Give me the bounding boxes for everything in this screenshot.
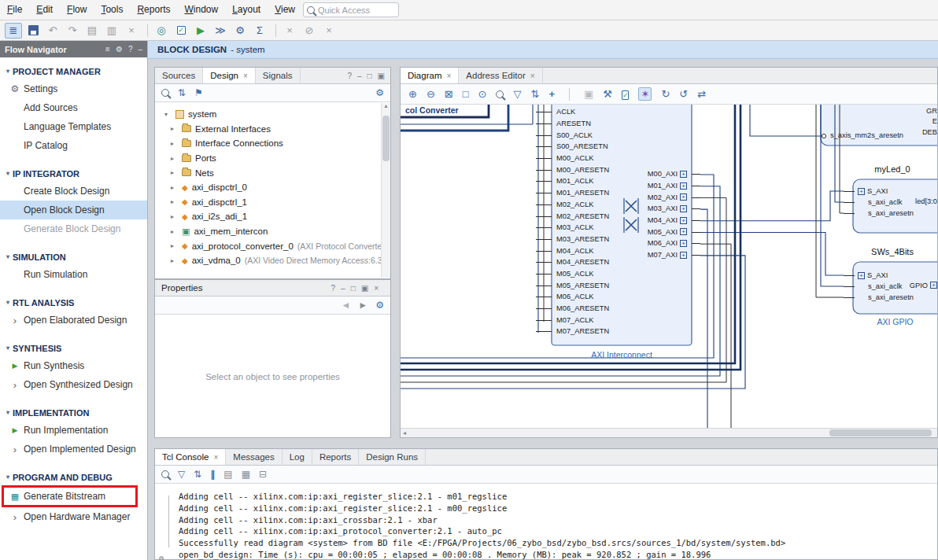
gear-icon[interactable]: ⚙ (116, 45, 123, 53)
copy-icon[interactable]: ▤ (83, 23, 101, 39)
input-pin-circle[interactable] (822, 134, 825, 138)
sidebar-item-run-synthesis[interactable]: ▶Run Synthesis (0, 356, 147, 375)
flag-icon[interactable]: ⚑ (194, 87, 203, 98)
interface-pin-expand-icon[interactable]: + (680, 193, 687, 201)
sum-icon[interactable]: Σ (251, 23, 268, 39)
horizontal-scrollbar[interactable]: ◂ (401, 428, 937, 437)
net-wire[interactable] (750, 105, 822, 136)
chevron-right-icon[interactable]: ▸ (171, 228, 178, 235)
step-icon[interactable]: ≫ (212, 23, 229, 39)
menu-item[interactable]: View (268, 0, 302, 20)
interface-pin-expand-icon[interactable]: + (680, 171, 687, 178)
menu-item[interactable]: Edit (29, 0, 60, 20)
help-icon[interactable]: ? (128, 45, 133, 53)
block-pin[interactable]: M07_AXI+ (600, 249, 687, 261)
net-wire[interactable] (700, 233, 844, 276)
block-pin[interactable]: M04_AXI+ (600, 215, 687, 227)
forward-icon[interactable]: ► (358, 300, 367, 311)
sidebar-item-generate-bitstream[interactable]: ▦Generate Bitstream (4, 488, 135, 505)
tab-design[interactable]: Design× (203, 68, 256, 83)
menu-item[interactable]: Window (177, 0, 225, 20)
tree-item-external-interfaces[interactable]: ▸External Interfaces (155, 122, 381, 137)
tree-item-system[interactable]: ▾system (155, 107, 381, 122)
tree-item-axi-mem-intercon[interactable]: ▸▣axi_mem_intercon (155, 224, 381, 239)
block-pin[interactable]: M05_AXI+ (600, 226, 687, 238)
block-pin[interactable]: M06_ACLK (556, 291, 651, 303)
zoom-out-icon[interactable]: ⊖ (427, 88, 435, 100)
section-rtl-analysis[interactable]: ▾RTL ANALYSIS (0, 295, 147, 311)
scrollbar-thumb[interactable] (382, 116, 390, 161)
tab-messages[interactable]: Messages (226, 449, 282, 465)
paste-icon[interactable]: ▥ (103, 23, 120, 39)
run-icon[interactable]: ▶ (192, 23, 209, 39)
tab-reports[interactable]: Reports (312, 449, 359, 465)
block-pin[interactable]: s_axi_aresetn (858, 208, 930, 219)
chevron-down-icon[interactable]: ▾ (164, 111, 172, 118)
chevron-right-icon[interactable]: ▸ (171, 155, 178, 162)
interface-pin-expand-icon[interactable]: + (680, 182, 687, 190)
sidebar-item-open-implemented-design[interactable]: ›Open Implemented Design (0, 440, 147, 459)
refresh-icon[interactable]: ↻ (661, 88, 670, 100)
vdma-aresetn-pin[interactable]: s_axis_mm2s_aresetn (830, 131, 903, 139)
zoom-in-icon[interactable]: ⊕ (408, 88, 417, 100)
interconnect-label[interactable]: AXI Interconnect (552, 350, 692, 359)
block-pin[interactable]: +S_AXI (858, 270, 930, 281)
minimize-icon[interactable]: – (357, 72, 362, 80)
interface-pin-expand-icon[interactable]: + (858, 272, 865, 279)
menu-item[interactable]: Tools (94, 0, 130, 20)
tab-tcl-console[interactable]: Tcl Console× (155, 449, 226, 465)
validate-icon[interactable]: ✓ (172, 23, 190, 39)
clear-icon[interactable]: ⊟ (259, 469, 267, 480)
tree-item-ports[interactable]: ▸Ports (155, 151, 381, 166)
sidebar-item-ip-catalog[interactable]: IP Catalog (0, 136, 147, 155)
chevron-right-icon[interactable]: ▸ (171, 125, 178, 132)
sidebar-item-settings[interactable]: ⚙Settings (0, 79, 147, 98)
minimize-icon[interactable]: – (138, 45, 142, 53)
scrollbar-thumb[interactable] (829, 429, 932, 437)
optimize-wand-icon[interactable]: ✶ (638, 87, 652, 101)
sidebar-item-open-hardware-manager[interactable]: ›Open Hardware Manager (0, 507, 147, 526)
scroll-lock-icon[interactable]: ⇅ (194, 469, 201, 480)
block-pin[interactable]: +S_AXI (858, 186, 930, 197)
regenerate-layout-icon[interactable]: ↺ (679, 88, 688, 100)
attach-icon[interactable]: ⊘ (301, 23, 318, 39)
block-pin[interactable]: M03_AXI+ (600, 203, 687, 215)
center-icon[interactable]: ⊙ (478, 88, 487, 100)
sidebar-item-open-elaborated-design[interactable]: ›Open Elaborated Design (0, 311, 147, 330)
vertical-scrollbar[interactable]: ▲ (381, 103, 390, 278)
vdma-cut-pin[interactable]: E (904, 117, 937, 125)
block-pin[interactable]: ACLK (556, 106, 651, 118)
zoom-selection-icon[interactable]: □ (463, 88, 469, 100)
sidebar-item-run-simulation[interactable]: Run Simulation (0, 265, 147, 284)
maximize-icon[interactable]: ▣ (378, 72, 385, 80)
expand-collapse-icon[interactable]: ⇅ (178, 87, 186, 98)
block-pin[interactable]: S00_ARESETN (556, 141, 651, 153)
tab-log[interactable]: Log (283, 449, 312, 465)
collapse-command-icon[interactable]: ⊖ (159, 554, 164, 560)
tree-item-axi-i2s-adi-1[interactable]: ▸◆axi_i2s_adi_1 (155, 209, 381, 224)
redo-icon[interactable]: ↷ (64, 23, 81, 39)
gear-icon[interactable]: ⚙ (375, 87, 384, 98)
remove-icon[interactable]: × (281, 23, 298, 39)
save-icon[interactable] (24, 23, 42, 39)
filter-icon[interactable]: ▽ (513, 88, 521, 100)
menu-item[interactable]: Reports (130, 0, 177, 20)
converter-block-label[interactable]: col Converter (404, 105, 460, 115)
myled-led-pin[interactable]: led[3:0 (896, 197, 937, 205)
validate-design-icon[interactable]: ✓ (622, 88, 630, 100)
vdma-cut-pin[interactable]: DEB (904, 128, 937, 136)
clear-icon[interactable]: × (320, 23, 338, 39)
tab-sources[interactable]: Sources (155, 68, 203, 83)
delete-icon[interactable]: × (123, 23, 140, 39)
filter-icon[interactable]: ▽ (178, 469, 185, 480)
open-block-design-icon[interactable]: ≣ (5, 23, 22, 39)
help-icon[interactable]: ? (331, 284, 336, 293)
tab-address-editor[interactable]: Address Editor× (459, 68, 542, 83)
chevron-right-icon[interactable]: ▸ (171, 198, 178, 205)
vdma-cut-pin[interactable]: GR (904, 107, 937, 115)
tree-item-nets[interactable]: ▸Nets (155, 165, 381, 180)
close-icon[interactable]: × (213, 453, 218, 462)
back-icon[interactable]: ◄ (341, 300, 350, 311)
search-icon[interactable] (496, 90, 504, 98)
tree-item-axi-dispctrl-0[interactable]: ▸◆axi_dispctrl_0 (155, 180, 381, 195)
